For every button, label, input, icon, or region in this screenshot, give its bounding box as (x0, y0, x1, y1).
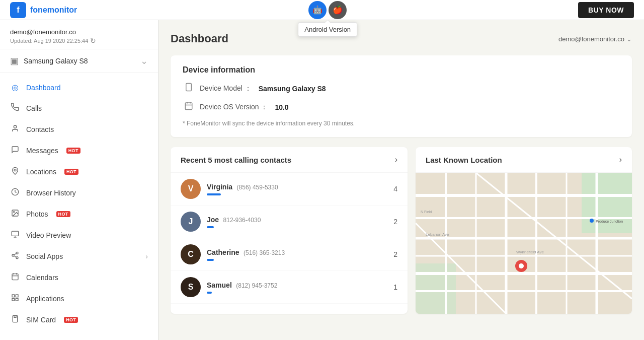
calling-card-title: Recent 5 most calling contacts (181, 156, 291, 164)
sidebar-item-label: Video Preview (26, 231, 71, 239)
contact-call-count: 2 (387, 250, 397, 258)
sidebar-item-browser-history[interactable]: Browser History (0, 182, 158, 203)
calling-contacts-arrow-icon[interactable]: › (395, 155, 397, 164)
calendars-icon (10, 273, 20, 283)
svg-rect-21 (13, 315, 17, 322)
svg-rect-22 (186, 84, 192, 91)
svg-rect-13 (12, 274, 18, 280)
sidebar-updated: Updated: Aug 19 2020 22:25:44 ↻ (10, 37, 148, 45)
sidebar-item-label: Locations (26, 168, 56, 176)
contact-avatar: S (181, 277, 201, 297)
svg-rect-24 (185, 103, 192, 110)
sim-card-icon (10, 315, 20, 325)
logo-icon: f (10, 2, 26, 18)
contact-info: Joe 812-936-4030 (207, 215, 381, 228)
refresh-icon: ↻ (90, 37, 96, 45)
device-model-label: Device Model ： (200, 84, 252, 93)
svg-point-0 (14, 125, 16, 128)
sidebar-item-dashboard[interactable]: ◎ Dashboard (0, 77, 158, 98)
logo-text: fonemonitor (30, 6, 77, 15)
device-selector-left: ▣ Samsung Galaxy S8 (10, 55, 88, 66)
browser-history-icon (10, 188, 20, 198)
svg-point-9 (12, 254, 14, 256)
contact-avatar: J (181, 212, 201, 232)
sidebar-item-photos[interactable]: Photos HOT (0, 203, 158, 225)
hot-badge: HOT (66, 148, 80, 154)
android-icon-button[interactable]: 🤖 (308, 1, 327, 19)
contact-name: Virginia (856) 459-5330 (207, 182, 381, 191)
chevron-down-icon: ⌄ (140, 55, 148, 66)
main-layout: demo@fonemonitor.co Updated: Aug 19 2020… (0, 20, 644, 340)
contact-avatar: V (181, 179, 201, 199)
sidebar-item-video-preview[interactable]: Video Preview (0, 225, 158, 246)
contact-row: S Samuel (812) 945-3752 1 (171, 271, 408, 304)
social-apps-icon (10, 251, 20, 261)
sidebar-item-calendars[interactable]: Calendars (0, 267, 158, 288)
hot-badge: HOT (64, 317, 78, 323)
contact-call-count: 4 (387, 185, 397, 193)
user-menu[interactable]: demo@fonemonitor.co ⌄ (558, 35, 632, 43)
contact-name: Joe 812-936-4030 (207, 215, 381, 224)
logo: f fonemonitor (10, 2, 77, 18)
contact-info: Samuel (812) 945-3752 (207, 281, 381, 294)
sidebar-item-label: Browser History (26, 189, 76, 197)
page-title: Dashboard (171, 32, 228, 45)
device-info-title: Device information (183, 65, 620, 75)
contact-call-count: 2 (387, 218, 397, 226)
contact-name: Samuel (812) 945-3752 (207, 281, 381, 290)
contact-row: V Virginia (856) 459-5330 4 (171, 173, 408, 206)
messages-icon (10, 146, 20, 156)
sidebar-item-calls[interactable]: Calls (0, 98, 158, 119)
os-version-icon (183, 101, 195, 113)
dashboard-icon: ◎ (10, 83, 20, 92)
sync-note: * FoneMonitor will sync the device infor… (183, 120, 620, 127)
contact-info: Virginia (856) 459-5330 (207, 182, 381, 195)
bottom-grid: Recent 5 most calling contacts › V Virgi… (171, 147, 632, 314)
sidebar-item-label: Dashboard (26, 84, 61, 92)
sidebar-item-label: Calls (26, 104, 42, 112)
contacts-icon (10, 124, 20, 134)
svg-rect-19 (12, 298, 15, 301)
device-os-value: 10.0 (275, 103, 288, 111)
svg-point-1 (14, 169, 16, 171)
map-card-header: Last Known Location › (416, 147, 632, 173)
svg-rect-18 (16, 295, 18, 297)
sidebar-item-social-apps[interactable]: Social Apps › (0, 246, 158, 267)
sidebar-item-label: Applications (26, 295, 64, 303)
buy-now-button[interactable]: BUY NOW (578, 2, 634, 18)
map-arrow-icon[interactable]: › (619, 155, 622, 164)
svg-point-49 (519, 263, 524, 268)
sidebar-item-applications[interactable]: Applications (0, 288, 158, 309)
device-model-value: Samsung Galaxy S8 (259, 85, 326, 93)
device-type-icons: 🤖 🍎 (308, 1, 347, 19)
svg-point-10 (16, 257, 18, 259)
call-frequency-bar (207, 292, 212, 294)
map-background: Lebanon Ave Wynnefield Ave N Field Produ… (416, 173, 632, 314)
content-area: Dashboard demo@fonemonitor.co ⌄ Device i… (158, 20, 644, 340)
video-preview-icon (10, 230, 20, 240)
calling-contacts-card: Recent 5 most calling contacts › V Virgi… (171, 147, 408, 314)
device-selector[interactable]: ▣ Samsung Galaxy S8 ⌄ (0, 49, 158, 73)
sidebar-item-sim-card[interactable]: SIM Card HOT (0, 309, 158, 330)
device-selector-icon: ▣ (10, 55, 19, 66)
sidebar-item-label: SIM Card (26, 316, 56, 324)
svg-line-11 (14, 256, 17, 257)
sidebar-item-locations[interactable]: Locations HOT (0, 161, 158, 182)
sidebar-item-contacts[interactable]: Contacts (0, 119, 158, 140)
sidebar-header: demo@fonemonitor.co Updated: Aug 19 2020… (0, 20, 158, 49)
contact-list: V Virginia (856) 459-5330 4 J Joe 812-93… (171, 173, 408, 304)
sidebar: demo@fonemonitor.co Updated: Aug 19 2020… (0, 20, 158, 340)
svg-point-8 (16, 252, 18, 254)
sidebar-item-messages[interactable]: Messages HOT (0, 140, 158, 161)
contact-call-count: 1 (387, 283, 397, 291)
svg-point-4 (14, 212, 15, 213)
top-navigation: f fonemonitor 🤖 🍎 Android Version BUY NO… (0, 0, 644, 20)
svg-text:N Field: N Field (421, 210, 432, 214)
ios-icon-button[interactable]: 🍎 (329, 1, 347, 19)
sidebar-item-label: Social Apps (26, 252, 63, 260)
contact-row: C Catherine (516) 365-3213 2 (171, 238, 408, 271)
svg-rect-5 (12, 231, 18, 236)
sidebar-navigation: ◎ Dashboard Calls Contacts (0, 73, 158, 340)
device-os-row: Device OS Version ： 10.0 (183, 101, 620, 113)
location-card: Last Known Location › (416, 147, 632, 314)
